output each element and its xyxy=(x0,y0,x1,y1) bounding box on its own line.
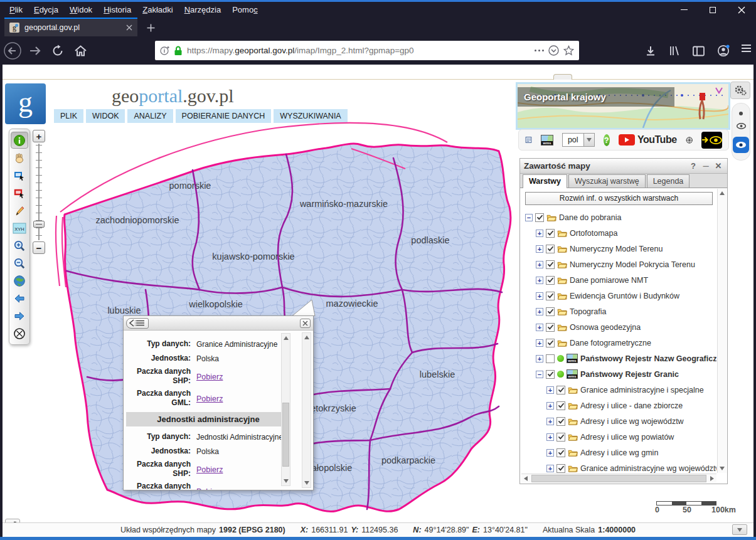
layer-label[interactable]: Adresy i ulice wg gmin xyxy=(580,448,658,457)
zoom-slider-plus-button[interactable]: + xyxy=(33,130,45,142)
panel-minimize-button[interactable]: ─ xyxy=(701,161,711,171)
expand-icon[interactable]: + xyxy=(536,230,543,237)
panel-horizontal-scrollbar[interactable] xyxy=(521,474,716,483)
coordinates-xyh-tool[interactable]: XYH xyxy=(11,220,28,236)
layer-checkbox[interactable] xyxy=(546,307,555,316)
download-link[interactable]: Pobierz xyxy=(196,465,223,474)
expand-icon[interactable]: + xyxy=(536,245,543,253)
identify-info-tool[interactable] xyxy=(11,132,28,149)
layer-checkbox[interactable] xyxy=(546,370,555,379)
expand-icon[interactable]: + xyxy=(536,324,543,331)
next-view-tool[interactable] xyxy=(11,307,28,324)
scroll-up-icon[interactable] xyxy=(718,189,727,198)
layer-checkbox[interactable] xyxy=(556,433,565,442)
expand-icon[interactable]: + xyxy=(536,308,543,315)
previous-view-tool[interactable] xyxy=(11,290,28,307)
popup-inner-scrollbar[interactable] xyxy=(281,333,290,486)
contrast-toggle[interactable] xyxy=(701,132,722,149)
pan-tool[interactable] xyxy=(11,149,28,166)
clear-selection-tool[interactable] xyxy=(11,325,28,342)
layer-checkbox[interactable] xyxy=(556,417,565,426)
layer-checkbox[interactable] xyxy=(556,401,565,410)
expand-icon[interactable]: + xyxy=(546,402,554,410)
layer-label[interactable]: Państwowy Rejestr Nazw Geograficzny xyxy=(580,354,716,363)
layer-label[interactable]: Adresy i ulice wg województw xyxy=(580,417,684,426)
popup-outer-scrollbar[interactable] xyxy=(302,332,311,488)
layer-label[interactable]: Ortofotomapa xyxy=(570,229,617,238)
expand-icon[interactable]: + xyxy=(536,277,543,284)
panel-help-button[interactable]: ? xyxy=(688,161,698,171)
panel-close-button[interactable]: ✕ xyxy=(713,161,723,171)
scroll-right-icon[interactable] xyxy=(708,474,716,483)
help-button[interactable]: ? xyxy=(604,134,610,146)
expand-icon[interactable]: + xyxy=(546,418,554,425)
scroll-left-icon[interactable] xyxy=(521,474,530,483)
language-select[interactable]: pol xyxy=(562,133,595,147)
zoom-slider-handle[interactable] xyxy=(33,221,45,228)
layer-label[interactable]: Topografia xyxy=(570,307,606,316)
collapse-icon[interactable]: − xyxy=(525,214,533,221)
layer-checkbox[interactable] xyxy=(556,386,565,394)
accessibility-wheel-icon[interactable] xyxy=(686,134,693,147)
layer-checkbox[interactable] xyxy=(546,354,555,363)
expand-icon[interactable]: + xyxy=(546,386,554,394)
expand-all-layers-button[interactable]: Rozwiń inf. o wszystkich warstwach xyxy=(525,192,713,205)
status-bar-menu-button[interactable] xyxy=(732,524,747,535)
scroll-up-icon[interactable] xyxy=(302,333,311,342)
panel-tab[interactable]: Legenda xyxy=(647,174,690,188)
scroll-down-icon[interactable] xyxy=(718,464,727,473)
zoom-out-tool[interactable] xyxy=(11,255,28,272)
scrollbar-thumb[interactable] xyxy=(531,475,706,482)
download-link[interactable]: Pobierz xyxy=(196,394,223,403)
scroll-down-icon[interactable] xyxy=(302,479,311,487)
panel-tab[interactable]: Wyszukaj warstwę xyxy=(568,174,646,188)
layer-checkbox[interactable] xyxy=(546,292,555,300)
panel-vertical-scrollbar[interactable] xyxy=(717,189,727,473)
collapse-icon[interactable]: − xyxy=(536,371,543,378)
layer-label[interactable]: Numeryczny Model Pokrycia Terenu xyxy=(570,260,695,269)
popup-close-button[interactable] xyxy=(300,319,311,328)
scroll-down-icon[interactable] xyxy=(282,477,290,485)
expand-icon[interactable]: + xyxy=(546,465,554,472)
layer-label[interactable]: Granice administracyjne i specjalne xyxy=(580,386,704,394)
layer-checkbox[interactable] xyxy=(535,213,544,222)
layer-label[interactable]: Państwowy Rejestr Granic xyxy=(580,370,679,379)
layer-label[interactable]: Dane fotogrametryczne xyxy=(570,339,651,347)
layer-checkbox[interactable] xyxy=(546,339,555,347)
expand-icon[interactable]: + xyxy=(536,339,543,347)
layer-label[interactable]: Dane do pobrania xyxy=(559,213,621,222)
draw-tool[interactable] xyxy=(11,202,28,219)
zoom-in-tool[interactable] xyxy=(11,237,28,254)
panel-tab[interactable]: Warstwy xyxy=(523,174,567,188)
collapse-notch[interactable] xyxy=(553,74,572,80)
download-link[interactable]: Pobierz xyxy=(196,487,223,490)
select-rectangle-tool[interactable] xyxy=(11,167,28,184)
layer-checkbox[interactable] xyxy=(546,323,555,332)
add-wms-icon[interactable]: wms xyxy=(541,135,553,146)
expand-icon[interactable]: + xyxy=(536,292,543,300)
expand-icon[interactable]: + xyxy=(546,433,554,441)
layer-checkbox[interactable] xyxy=(546,229,555,238)
layer-checkbox[interactable] xyxy=(546,276,555,285)
youtube-link[interactable]: YouTube xyxy=(619,134,677,146)
expand-icon[interactable]: + xyxy=(546,449,554,457)
full-extent-tool[interactable] xyxy=(11,272,28,289)
layer-label[interactable]: Adresy i ulice - dane zbiorcze xyxy=(580,401,683,410)
expand-icon[interactable]: + xyxy=(536,261,543,268)
layer-checkbox[interactable] xyxy=(556,448,565,457)
deselect-rectangle-tool[interactable] xyxy=(11,184,28,201)
layer-checkbox[interactable] xyxy=(546,260,555,269)
layer-label[interactable]: Osnowa geodezyjna xyxy=(570,323,641,332)
dot-icon[interactable] xyxy=(738,111,743,116)
scroll-up-icon[interactable] xyxy=(282,334,290,342)
selected-eye-button[interactable] xyxy=(733,137,749,153)
scrollbar-thumb[interactable] xyxy=(282,403,289,467)
layer-label[interactable]: Numeryczny Model Terenu xyxy=(570,245,663,253)
eye-icon[interactable] xyxy=(737,123,746,129)
layer-checkbox[interactable] xyxy=(556,464,565,473)
layer-checkbox[interactable] xyxy=(546,245,555,253)
download-link[interactable]: Pobierz xyxy=(196,373,223,381)
layer-label[interactable]: Adresy i ulice wg powiatów xyxy=(580,433,674,442)
zoom-slider-minus-button[interactable]: − xyxy=(33,241,45,254)
overview-map[interactable]: Geoportal krajowy xyxy=(516,82,730,130)
